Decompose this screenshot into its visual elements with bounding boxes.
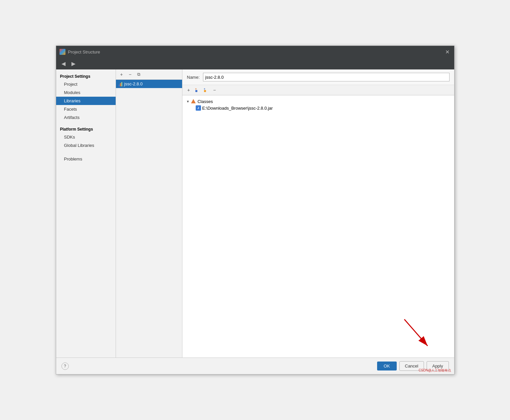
svg-text:+: + [195,87,197,91]
detail-toolbar: + + + − [182,85,454,95]
ok-button[interactable]: OK [377,362,397,370]
app-icon [59,49,65,55]
project-settings-heading: Project Settings [56,72,116,80]
add-sources-icon: + [203,87,209,93]
sidebar-item-artifacts[interactable]: Artifacts [56,113,116,122]
library-toolbar: + − ⧉ [116,69,182,80]
title-bar: Project Structure ✕ [56,46,454,58]
name-row: Name: [182,69,454,85]
help-button[interactable]: ? [61,363,69,370]
classes-icon [191,99,196,104]
sidebar-item-sdks[interactable]: SDKs [56,133,116,141]
add-sources-button[interactable]: + [202,86,210,94]
add-library-button[interactable]: + [118,71,125,78]
detail-panel: Name: + + [182,69,454,358]
classes-label: Classes [197,99,213,104]
platform-settings-heading: Platform Settings [56,125,116,133]
library-list: jssc-2.8.0 [116,80,182,358]
svg-text:+: + [204,87,205,91]
library-list-panel: + − ⧉ jssc-2.8.0 [116,69,182,358]
classes-node[interactable]: ▼ Classes [186,98,450,105]
back-button[interactable]: ◀ [59,60,67,67]
tree-area: ▼ Classes J E:\Downloads_Browser\jssc-2.… [182,95,454,358]
add-entry-button[interactable]: + [185,86,192,94]
sidebar-item-project[interactable]: Project [56,80,116,88]
library-list-item[interactable]: jssc-2.8.0 [116,80,182,88]
forward-button[interactable]: ▶ [69,60,77,67]
sidebar-item-libraries[interactable]: Libraries [56,97,116,105]
nav-bar: ◀ ▶ [56,58,454,69]
add-classes-button[interactable]: + [194,86,201,94]
close-button[interactable]: ✕ [444,49,451,55]
watermark: CSDN@人工智能有点 [419,368,452,373]
svg-marker-4 [191,99,196,103]
dialog-title: Project Structure [68,50,100,54]
remove-library-button[interactable]: − [127,71,134,78]
sidebar-item-facets[interactable]: Facets [56,105,116,113]
jar-file-item[interactable]: J E:\Downloads_Browser\jssc-2.8.0.jar [196,105,450,111]
name-label: Name: [187,75,200,80]
copy-library-button[interactable]: ⧉ [135,71,143,78]
name-input[interactable] [203,73,450,81]
sidebar: Project Settings Project Modules Librari… [56,69,116,358]
library-name: jssc-2.8.0 [124,81,143,86]
jar-icon: J [196,105,201,111]
remove-entry-button[interactable]: − [211,86,218,94]
sidebar-item-problems[interactable]: Problems [56,155,116,163]
sidebar-item-global-libraries[interactable]: Global Libraries [56,141,116,150]
chevron-down-icon: ▼ [186,100,190,103]
library-icon [119,82,122,86]
bottom-bar: ? OK Cancel Apply [56,358,454,374]
add-classes-icon: + [195,87,200,93]
sidebar-item-modules[interactable]: Modules [56,88,116,97]
jar-path: E:\Downloads_Browser\jssc-2.8.0.jar [202,106,273,111]
